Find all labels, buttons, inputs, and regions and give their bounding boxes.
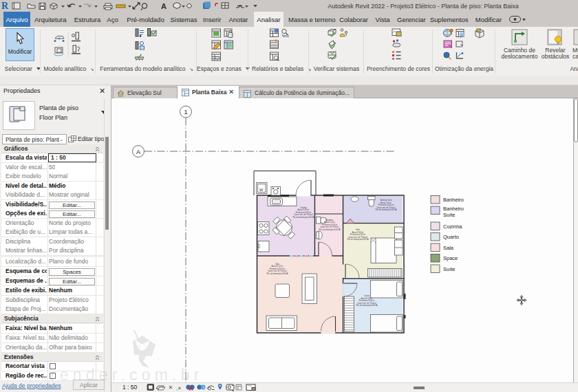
svg-text:Área=11,23 m²: Área=11,23 m²: [361, 297, 372, 300]
svg-text:Suíte: Suíte: [356, 228, 361, 231]
svg-text:REF.: REF.: [258, 243, 261, 248]
svg-text:Área=11,93 m²: Área=11,93 m²: [297, 208, 309, 211]
svg-text:Quant. min. de TUGs=4: Quant. min. de TUGs=4: [268, 270, 287, 272]
svg-text:Quarto: Quarto: [443, 234, 459, 240]
svg-text:Pot. de iluminação=290 VA: Pot. de iluminação=290 VA: [266, 272, 288, 275]
svg-text:Quant. min. de TUGs=4: Quant. min. de TUGs=4: [294, 213, 313, 216]
svg-text:W: W: [259, 188, 264, 192]
svg-text:Perímetro=10,05 m: Perímetro=10,05 m: [378, 204, 394, 206]
svg-text:Perímetro=12,85 m: Perímetro=12,85 m: [296, 211, 311, 214]
svg-text:Quant. min. de TUGs=1: Quant. min. de TUGs=1: [376, 206, 396, 209]
svg-text:Suíte: Suíte: [443, 212, 456, 218]
svg-text:Pot. de iluminação=160 VA: Pot. de iluminação=160 VA: [356, 304, 377, 307]
svg-text:,✕: ,✕: [176, 386, 182, 391]
svg-text:Pot. de iluminação=100 VA: Pot. de iluminação=100 VA: [375, 208, 396, 211]
svg-text:Sala: Sala: [275, 263, 279, 265]
svg-text:Banheiro: Banheiro: [326, 219, 334, 221]
svg-text:Cozinha: Cozinha: [443, 224, 462, 230]
svg-text:Banheiro: Banheiro: [443, 206, 464, 212]
svg-text:Quant. min. de TUGs=1: Quant. min. de TUGs=1: [320, 226, 339, 228]
svg-text:Área=21,07 m²: Área=21,07 m²: [271, 265, 283, 268]
svg-text:Quant. min. de TUGs=3: Quant. min. de TUGs=3: [348, 236, 367, 239]
svg-text:Sala: Sala: [443, 245, 454, 251]
svg-text:Banheiro: Banheiro: [443, 197, 464, 203]
svg-text:A: A: [136, 149, 140, 155]
svg-text:Área=2,15 m²: Área=2,15 m²: [324, 221, 335, 224]
svg-text:Quant. min. de TUGs=3: Quant. min. de TUGs=3: [357, 302, 376, 305]
svg-text:Pot. de iluminação=160 VA: Pot. de iluminação=160 VA: [347, 238, 368, 241]
svg-text:Banheiro Suíte: Banheiro Suíte: [380, 199, 392, 202]
svg-text:✕: ✕: [169, 384, 173, 391]
svg-text:Pot. de iluminação=160 VA: Pot. de iluminação=160 VA: [292, 216, 314, 219]
svg-text:Pot. de iluminação=100 VA: Pot. de iluminação=100 VA: [319, 228, 340, 231]
svg-text:Space: Space: [443, 255, 458, 261]
svg-text:Perímetro=13,00 m: Perímetro=13,00 m: [359, 299, 374, 302]
svg-text:Área=11,33 m²: Área=11,33 m²: [352, 231, 363, 234]
svg-text:Quarto: Quarto: [364, 294, 370, 297]
svg-text:Área=5,25 m²: Área=5,25 m²: [381, 202, 392, 204]
svg-text:Perímetro=18,70 m: Perímetro=18,70 m: [270, 268, 285, 270]
svg-text:Suíte: Suíte: [443, 266, 456, 272]
svg-text:1: 1: [184, 109, 187, 116]
svg-text:Cozinha: Cozinha: [300, 206, 307, 209]
svg-text:R: R: [1, 1, 9, 11]
svg-text:Perímetro=13,30 m: Perímetro=13,30 m: [350, 233, 365, 236]
svg-text:A: A: [161, 2, 167, 10]
svg-text:Perímetro=10,30 m: Perímetro=10,30 m: [322, 224, 337, 226]
